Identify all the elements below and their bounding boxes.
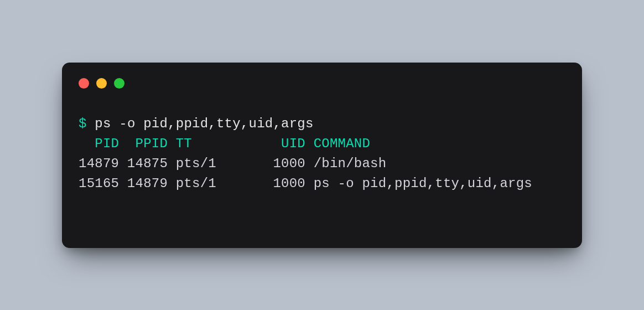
- shell-prompt: $: [79, 116, 87, 131]
- output-row: 15165 14879 pts/1 1000 ps -o pid,ppid,tt…: [79, 176, 532, 191]
- command-input: ps -o pid,ppid,tty,uid,args: [95, 116, 313, 131]
- minimize-icon[interactable]: [96, 78, 107, 89]
- close-icon[interactable]: [79, 78, 89, 89]
- terminal-content[interactable]: $ ps -o pid,ppid,tty,uid,args PID PPID T…: [79, 114, 565, 194]
- output-row: 14879 14875 pts/1 1000 /bin/bash: [79, 156, 386, 171]
- output-header: PID PPID TT UID COMMAND: [79, 136, 370, 151]
- window-controls: [79, 78, 565, 89]
- terminal-window: $ ps -o pid,ppid,tty,uid,args PID PPID T…: [62, 63, 582, 248]
- maximize-icon[interactable]: [114, 78, 124, 89]
